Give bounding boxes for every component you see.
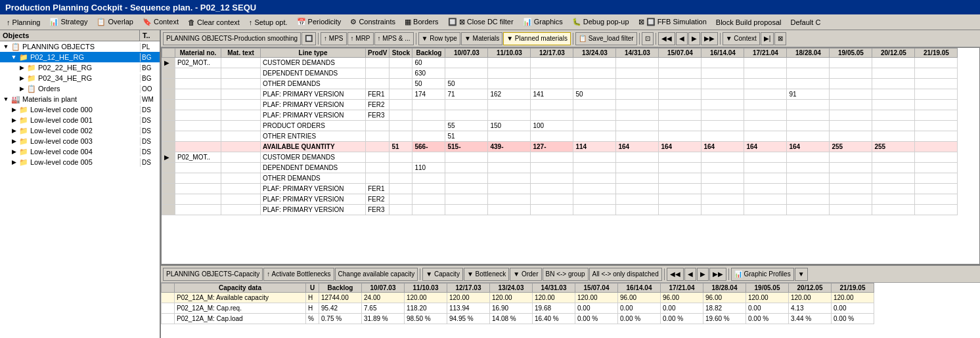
- col-header-d12: 21/19.05: [915, 49, 958, 58]
- btn-mps-and[interactable]: ↑ MPS & ...: [374, 32, 414, 45]
- tree-item-llc-004[interactable]: ▶ 📁 Low-level code 004 DS: [0, 146, 160, 157]
- btn-nav-end[interactable]: ▶|: [761, 32, 774, 45]
- btn-nav2-next2[interactable]: ▶▶: [709, 268, 726, 281]
- btn-nav2-prev2[interactable]: ◀◀: [667, 268, 684, 281]
- d12: [915, 121, 958, 131]
- menu-close-dc[interactable]: 🔲 ⊠ Close DC filter: [444, 16, 518, 28]
- expand-icon-llc003[interactable]: ▶: [9, 138, 18, 144]
- menu-borders[interactable]: ▦ Borders: [401, 16, 443, 28]
- tree-item-llc-000[interactable]: ▶ 📁 Low-level code 000 DS: [0, 104, 160, 115]
- backlog: [412, 184, 445, 194]
- btn-icon-extra[interactable]: ⊠: [774, 32, 786, 45]
- btn-nav2-prev[interactable]: ◀: [684, 268, 696, 281]
- btn-nav-prev[interactable]: ◀: [676, 32, 688, 45]
- table-row: OTHER DEMANDS 50 50: [162, 79, 958, 89]
- cap-unit: %: [306, 314, 319, 324]
- tree-item-llc-003[interactable]: ▶ 📁 Low-level code 003 DS: [0, 136, 160, 146]
- d7: [702, 173, 744, 184]
- btn-nav-next[interactable]: ▶: [688, 32, 700, 45]
- mat-no: [175, 163, 221, 173]
- stock: [390, 163, 412, 173]
- d7: [702, 205, 744, 215]
- btn-context[interactable]: ▼ Context: [723, 32, 760, 45]
- menu-strategy[interactable]: 📊 Strategy: [45, 16, 91, 28]
- menu-block-build[interactable]: Block Build proposal: [712, 17, 786, 28]
- menu-default[interactable]: Default C: [787, 17, 825, 28]
- mat-text: [221, 79, 261, 89]
- expand-icon-llc000[interactable]: ▶: [9, 106, 18, 113]
- menu-overlap[interactable]: 📋 Overlap: [93, 16, 137, 28]
- btn-icon1[interactable]: 🔲: [301, 32, 316, 45]
- d5: [616, 205, 659, 215]
- btn-cap-planning[interactable]: PLANNING OBJECTS-Capacity: [163, 268, 263, 281]
- tree-item-p02-34[interactable]: ▶ 📁 P02_34_HE_RG BG: [0, 73, 160, 83]
- btn-icon-table[interactable]: ⊡: [642, 32, 654, 45]
- btn-order[interactable]: ▼ Order: [510, 268, 541, 281]
- d9: [787, 173, 830, 184]
- d10: [830, 131, 872, 142]
- d6: [659, 184, 702, 194]
- btn-planning-objects[interactable]: PLANNING OBJECTS-Production smoothing: [163, 32, 301, 45]
- sep5: [656, 33, 656, 45]
- menu-clear-context[interactable]: 🗑 Clear context: [184, 17, 244, 28]
- row-icon: [162, 184, 175, 194]
- capacity-table-container[interactable]: Capacity data U Backlog 10/07.03 11/10.0…: [161, 283, 980, 338]
- llc002-label: Low-level code 002: [29, 126, 140, 135]
- btn-capacity[interactable]: ▼ Capacity: [422, 268, 463, 281]
- expand-icon[interactable]: ▼: [1, 43, 11, 50]
- expand-icon-p02-12[interactable]: ▼: [9, 54, 18, 60]
- btn-bn-group[interactable]: BN <-> group: [543, 268, 589, 281]
- menu-periodicity[interactable]: 📅 Periodicity: [293, 16, 345, 28]
- btn-change-cap[interactable]: Change available capacity: [335, 268, 418, 281]
- expand-icon-llc002[interactable]: ▶: [9, 127, 18, 134]
- expand-icon-llc004[interactable]: ▶: [9, 148, 18, 155]
- planning-objects-icon: 📋: [11, 43, 21, 51]
- btn-mps[interactable]: ↑ MPS: [321, 32, 346, 45]
- btn-bottleneck[interactable]: ▼ Bottleneck: [464, 268, 509, 281]
- tree-item-p02-12[interactable]: ▼ 📁 P02_12_HE_RG BG: [0, 52, 160, 62]
- btn-planned-materials[interactable]: ▼ Planned materials: [503, 32, 571, 45]
- expand-icon-llc005[interactable]: ▶: [9, 159, 18, 165]
- upper-grid[interactable]: Material no. Mat. text Line type ProdV S…: [161, 47, 980, 264]
- btn-materials[interactable]: ▼ Materials: [461, 32, 502, 45]
- d4: [573, 184, 616, 194]
- tree-item-p02-22[interactable]: ▶ 📁 P02_22_HE_RG BG: [0, 62, 160, 73]
- btn-row-type[interactable]: ▼ Row type: [418, 32, 460, 45]
- llc005-code: DS: [140, 158, 160, 167]
- table-row: OTHER ENTRIES 51: [162, 131, 958, 142]
- btn-mrp[interactable]: ↑ MRP: [347, 32, 374, 45]
- line-type: PLAF: PRIMARY VERSION: [261, 100, 366, 110]
- tree-item-llc-002[interactable]: ▶ 📁 Low-level code 002 DS: [0, 125, 160, 136]
- btn-nav-next2[interactable]: ▶▶: [701, 32, 718, 45]
- btn-nav-prev2[interactable]: ◀◀: [658, 32, 675, 45]
- menu-planning[interactable]: ↑ Planning: [3, 17, 44, 28]
- tree-item-planning-objects[interactable]: ▼ 📋 PLANNING OBJECTS PL: [0, 41, 160, 52]
- btn-activate-bottlenecks[interactable]: ↑ Activate Bottlenecks: [263, 268, 334, 281]
- btn-nav2-next[interactable]: ▶: [697, 268, 709, 281]
- tree-item-materials-plant[interactable]: ▼ 🏭 Materials in plant WM: [0, 94, 160, 104]
- col-header-linetype: Line type: [261, 49, 366, 58]
- menu-ffb[interactable]: ⊠ 🔲 FFB Simulation: [635, 16, 711, 28]
- d2: [488, 68, 531, 79]
- btn-all-dispatched[interactable]: All <-> only dispatched: [589, 268, 662, 281]
- btn-graphic-profiles[interactable]: 📊 Graphic Profiles: [731, 268, 794, 281]
- menu-constraints[interactable]: ⚙ Constraints: [346, 16, 399, 28]
- mat-text: [221, 163, 261, 173]
- tree-item-orders[interactable]: ▶ 📋 Orders OO: [0, 83, 160, 94]
- menu-graphics[interactable]: 📊 Graphics: [519, 16, 567, 28]
- btn-save-load[interactable]: 📋 Save_load filter: [575, 32, 637, 45]
- tree-item-llc-005[interactable]: ▶ 📁 Low-level code 005 DS: [0, 157, 160, 167]
- expand-icon-orders[interactable]: ▶: [17, 85, 26, 92]
- expand-icon-llc001[interactable]: ▶: [9, 117, 18, 123]
- d2: [488, 100, 531, 110]
- expand-icon-mat-plant[interactable]: ▼: [1, 96, 11, 102]
- menu-context[interactable]: 🔖 Context: [139, 16, 183, 28]
- menu-debug[interactable]: 🐛 Debug pop-up: [568, 16, 633, 28]
- menu-setup[interactable]: ↑ Setup opt.: [245, 17, 292, 28]
- expand-icon-p02-22[interactable]: ▶: [17, 64, 26, 71]
- btn-extra-lower[interactable]: ▼: [795, 268, 808, 281]
- tree-item-llc-001[interactable]: ▶ 📁 Low-level code 001 DS: [0, 115, 160, 125]
- expand-icon-p02-34[interactable]: ▶: [17, 75, 26, 81]
- p02-22-icon: 📁: [26, 64, 37, 72]
- cap-d11: 4.13: [789, 303, 832, 314]
